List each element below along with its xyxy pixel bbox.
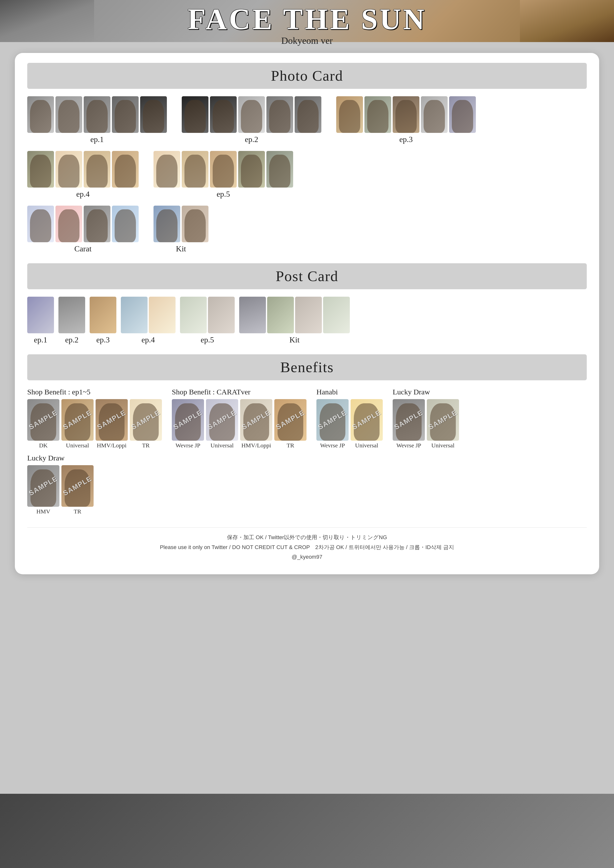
benefit-item-label: Universal	[355, 442, 378, 449]
pc-img	[266, 151, 293, 188]
pc-img	[182, 96, 208, 133]
sub-title: Dokyeom ver	[0, 35, 614, 46]
pc-images-ep2	[182, 96, 321, 133]
pc-img	[182, 151, 208, 188]
pc-img	[210, 151, 237, 188]
post-row: ep.1 ep.2 ep.3	[27, 297, 587, 344]
footer-line2: Please use it only on Twitter / DO NOT C…	[27, 542, 587, 552]
benefit-item: SAMPLE TR	[130, 399, 162, 449]
benefit-item-label: Universal	[431, 442, 454, 449]
benefit-group-luckydraw2: Lucky Draw SAMPLE HMV SAMPLE	[27, 454, 93, 515]
benefit-item: SAMPLE Universal	[206, 399, 238, 449]
benefit-item-label: TR	[142, 442, 150, 449]
pc-row-2: ep.4 ep.5	[27, 151, 587, 199]
hanabi-label: Hanabi	[316, 388, 383, 396]
benefit-img: SAMPLE	[27, 465, 59, 507]
pc-row-3: Carat Kit	[27, 206, 587, 253]
pc-img	[140, 96, 167, 133]
pc-label-ep3: ep.3	[399, 135, 413, 144]
benefit-item: SAMPLE Universal	[351, 399, 383, 449]
benefit-img: SAMPLE	[61, 465, 93, 507]
post-label-ep2: ep.2	[65, 335, 78, 344]
post-label-ep1: ep.1	[34, 335, 47, 344]
benefit-item-label: Universal	[210, 442, 233, 449]
benefit-group-hanabi: Hanabi SAMPLE Wevrse JP SAMPLE	[316, 388, 383, 449]
shop2-images: SAMPLE Wevrse JP SAMPLE Universal	[172, 399, 306, 449]
pc-img	[84, 96, 110, 133]
pc-img	[266, 96, 293, 133]
pc-label-kit: Kit	[176, 244, 186, 253]
benefit-img: SAMPLE	[172, 399, 204, 441]
benefit-group-luckydraw1: Lucky Draw SAMPLE Wevrse JP SAMPLE	[393, 388, 459, 449]
pc-group-ep5: ep.5	[154, 151, 293, 199]
benefit-item: SAMPLE Universal	[427, 399, 459, 449]
footer: 保存・加工 OK / Twitter以外での使用・切り取り・トリミングNG Pl…	[27, 527, 587, 562]
pc-group-ep3: ep.3	[336, 96, 476, 144]
post-group-ep5: ep.5	[180, 297, 235, 344]
pc-images-carat	[27, 206, 138, 242]
post-group-ep2: ep.2	[58, 297, 85, 344]
post-label-ep5: ep.5	[201, 335, 214, 344]
benefit-item: SAMPLE Universal	[61, 399, 93, 449]
pc-img	[238, 96, 265, 133]
post-img	[239, 297, 266, 333]
pc-img	[154, 206, 180, 242]
benefit-item: SAMPLE HMV/Loppi	[240, 399, 272, 449]
benefit-item: SAMPLE HMV	[27, 465, 59, 515]
benefit-item-label: Wevrse JP	[320, 442, 345, 449]
benefit-group-shop1: Shop Benefit : ep1~5 SAMPLE DK SAMPLE	[27, 388, 162, 449]
footer-line3: @_kyeom97	[27, 552, 587, 562]
pc-row-1: ep.1 ep.2	[27, 96, 587, 144]
pc-img	[56, 206, 82, 242]
benefit-item-label: HMV/Loppi	[241, 442, 271, 449]
bg-bottom	[0, 794, 614, 868]
post-img	[208, 297, 235, 333]
benefit-item: SAMPLE Wevrse JP	[172, 399, 204, 449]
post-img	[295, 297, 322, 333]
benefit-item-label: DK	[39, 442, 48, 449]
pc-img	[27, 151, 54, 188]
pc-img	[393, 96, 420, 133]
benefit-img: SAMPLE	[427, 399, 459, 441]
pc-images-kit	[154, 206, 208, 242]
luckydraw1-images: SAMPLE Wevrse JP SAMPLE Universal	[393, 399, 459, 449]
hanabi-images: SAMPLE Wevrse JP SAMPLE Universal	[316, 399, 383, 449]
benefit-item-label: HMV/Loppi	[97, 442, 126, 449]
post-img	[267, 297, 294, 333]
benefit-img: SAMPLE	[206, 399, 238, 441]
main-card: Photo Card ep.1	[15, 53, 599, 574]
main-title: FACE THE SUN	[0, 5, 614, 34]
benefit-item: SAMPLE TR	[61, 465, 93, 515]
post-img	[121, 297, 148, 333]
post-group-ep3: ep.3	[90, 297, 117, 344]
pc-img	[84, 151, 110, 188]
pc-img	[56, 96, 82, 133]
benefit-group-shop2: Shop Benefit : CARATver SAMPLE Wevrse JP…	[172, 388, 306, 449]
pc-img	[112, 151, 138, 188]
pc-img	[210, 96, 237, 133]
luckydraw1-label: Lucky Draw	[393, 388, 459, 396]
pc-img	[238, 151, 265, 188]
pc-images-ep3	[336, 96, 476, 133]
benefit-item: SAMPLE Wevrse JP	[316, 399, 348, 449]
pc-img	[449, 96, 476, 133]
pc-label-ep2: ep.2	[245, 135, 258, 144]
pc-img	[182, 206, 208, 242]
pc-img	[112, 206, 138, 242]
benefit-item: SAMPLE HMV/Loppi	[96, 399, 128, 449]
pc-group-carat: Carat	[27, 206, 138, 253]
postcard-header: Post Card	[27, 263, 587, 289]
post-img	[149, 297, 176, 333]
benefit-img: SAMPLE	[240, 399, 272, 441]
benefit-img: SAMPLE	[96, 399, 128, 441]
post-images-ep3	[90, 297, 117, 333]
post-img	[323, 297, 350, 333]
luckydraw2-images: SAMPLE HMV SAMPLE TR	[27, 465, 93, 515]
post-images-ep1	[27, 297, 54, 333]
post-images-ep4	[121, 297, 176, 333]
pc-group-kit: Kit	[154, 206, 208, 253]
benefit-item-label: Universal	[66, 442, 89, 449]
shop2-label: Shop Benefit : CARATver	[172, 388, 306, 396]
benefits-header: Benefits	[27, 354, 587, 380]
pc-img	[421, 96, 448, 133]
